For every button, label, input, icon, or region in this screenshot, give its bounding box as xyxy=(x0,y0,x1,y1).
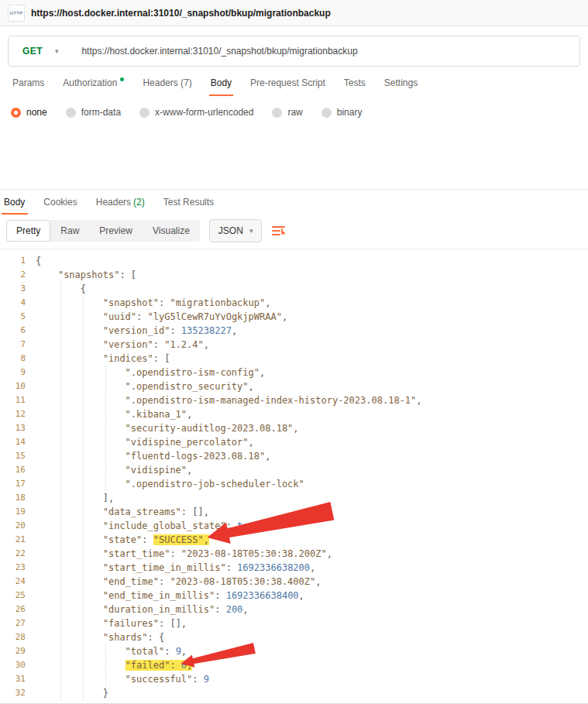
response-tab-cookies[interactable]: Cookies xyxy=(34,190,86,215)
tab-authorization[interactable]: Authorization xyxy=(53,70,133,96)
code-line: 3 { xyxy=(0,282,588,296)
line-number: 11 xyxy=(0,393,36,407)
line-number: 17 xyxy=(0,477,36,491)
response-section: BodyCookiesHeaders(2)Test Results Pretty… xyxy=(0,189,588,704)
code-line: 27 "failures": [], xyxy=(0,616,588,630)
tab-params[interactable]: Params xyxy=(3,70,53,96)
code-line: 32 } xyxy=(0,686,588,700)
code-line: 23 "start_time_in_millis": 1692336638200… xyxy=(0,561,588,575)
line-number: 8 xyxy=(0,352,36,366)
tab-label: Params xyxy=(12,77,44,88)
response-tab-test-results[interactable]: Test Results xyxy=(154,190,223,215)
tab-label: Headers xyxy=(96,197,131,208)
line-number: 24 xyxy=(0,575,36,589)
radio-icon xyxy=(322,108,332,118)
radio-x-www-form-urlencoded[interactable]: x-www-form-urlencoded xyxy=(139,107,253,118)
response-view-bar: PrettyRawPreviewVisualize JSON ▾ xyxy=(0,215,588,247)
code-line: 30 "failed": 0, xyxy=(0,658,588,672)
response-tab-body[interactable]: Body xyxy=(2,190,34,215)
request-tab-title[interactable]: https://host.docker.internal:31010/_snap… xyxy=(31,8,331,19)
radio-icon xyxy=(139,108,150,118)
code-line: 1{ xyxy=(0,254,588,268)
tab-tests[interactable]: Tests xyxy=(335,70,375,96)
format-label: JSON xyxy=(218,225,243,236)
view-preview[interactable]: Preview xyxy=(89,220,143,242)
radio-label: binary xyxy=(337,107,363,118)
tab-label: Test Results xyxy=(163,197,214,208)
code-line: 5 "uuid": "lyG5lCewR7uYvOgkjpWRAA", xyxy=(0,310,588,324)
radio-form-data[interactable]: form-data xyxy=(66,107,121,118)
code-line: 13 "security-auditlog-2023.08.18", xyxy=(0,421,588,435)
view-raw[interactable]: Raw xyxy=(50,220,89,242)
line-number: 15 xyxy=(0,449,36,463)
line-number: 29 xyxy=(0,644,36,658)
radio-icon xyxy=(272,108,282,118)
request-body-empty-area xyxy=(0,127,588,189)
code-line: 22 "start_time": "2023-08-18T05:30:38.20… xyxy=(0,547,588,561)
line-number: 9 xyxy=(0,366,36,379)
radio-raw[interactable]: raw xyxy=(272,107,302,118)
format-dropdown[interactable]: JSON ▾ xyxy=(209,219,263,242)
code-line: 9 ".opendistro-ism-config", xyxy=(0,366,588,379)
auth-configured-dot xyxy=(120,77,124,81)
code-line: 16 "vidispine", xyxy=(0,463,588,477)
code-lines: 1{2 "snapshots": [3 {4 "snapshot": "migr… xyxy=(0,254,588,700)
line-number: 22 xyxy=(0,547,36,561)
chevron-down-icon: ▾ xyxy=(55,48,59,55)
radio-binary[interactable]: binary xyxy=(322,107,363,118)
code-line: 2 "snapshots": [ xyxy=(0,268,588,282)
view-pretty[interactable]: Pretty xyxy=(6,220,50,242)
indent-guide xyxy=(83,296,84,700)
tab-label: Settings xyxy=(384,77,418,88)
code-line: 10 ".opendistro_security", xyxy=(0,379,588,393)
line-number: 30 xyxy=(0,658,36,672)
radio-none[interactable]: none xyxy=(11,107,47,118)
code-line: 14 "vidispine_percolator", xyxy=(0,435,588,449)
code-line: 29 "total": 9, xyxy=(0,644,588,658)
line-number: 12 xyxy=(0,407,36,421)
wrap-lines-icon[interactable] xyxy=(271,224,287,238)
line-number: 2 xyxy=(0,268,36,282)
tab-settings[interactable]: Settings xyxy=(375,70,427,96)
code-line: 26 "duration_in_millis": 200, xyxy=(0,603,588,616)
code-line: 17 ".opendistro-job-scheduler-lock" xyxy=(0,477,588,491)
tab-label: Body xyxy=(4,197,25,208)
line-number: 7 xyxy=(0,338,36,352)
tab-label: Cookies xyxy=(43,197,77,208)
response-view-toggle: PrettyRawPreviewVisualize xyxy=(6,220,200,242)
tab-label: Authorization xyxy=(63,77,117,88)
tab-count: (2) xyxy=(133,197,145,208)
app-tab-bar: HTTP https://host.docker.internal:31010/… xyxy=(0,0,588,26)
code-line: 6 "version_id": 135238227, xyxy=(0,324,588,338)
line-number: 26 xyxy=(0,603,36,616)
tab-label: Headers (7) xyxy=(143,77,191,88)
response-body-json[interactable]: 1{2 "snapshots": [3 {4 "snapshot": "migr… xyxy=(0,249,588,704)
code-line: 24 "end_time": "2023-08-18T05:30:38.400Z… xyxy=(0,575,588,589)
line-number: 19 xyxy=(0,505,36,519)
line-number: 25 xyxy=(0,589,36,603)
line-number: 14 xyxy=(0,435,36,449)
line-number: 4 xyxy=(0,296,36,310)
tab-body[interactable]: Body xyxy=(201,70,241,96)
view-visualize[interactable]: Visualize xyxy=(143,220,200,242)
code-line: 12 ".kibana_1", xyxy=(0,407,588,421)
url-input[interactable]: https://host.docker.internal:31010/_snap… xyxy=(70,46,357,57)
tab-headers-7[interactable]: Headers (7) xyxy=(133,70,201,96)
line-number: 27 xyxy=(0,616,36,630)
chevron-down-icon: ▾ xyxy=(249,228,253,235)
code-line: 11 ".opendistro-ism-managed-index-histor… xyxy=(0,393,588,407)
radio-icon xyxy=(11,108,21,118)
line-number: 32 xyxy=(0,686,36,700)
radio-label: x-www-form-urlencoded xyxy=(155,107,253,118)
line-number: 28 xyxy=(0,630,36,644)
request-url-bar: GET ▾ https://host.docker.internal:31010… xyxy=(8,36,580,67)
line-number: 5 xyxy=(0,310,36,324)
tab-label: Tests xyxy=(344,77,366,88)
line-number: 3 xyxy=(0,282,36,296)
method-dropdown[interactable]: GET ▾ xyxy=(9,46,70,57)
response-tabs: BodyCookiesHeaders(2)Test Results xyxy=(0,190,588,215)
tab-label: Pre-request Script xyxy=(250,77,325,88)
body-type-radios: noneform-datax-www-form-urlencodedrawbin… xyxy=(0,96,588,127)
tab-pre-request-script[interactable]: Pre-request Script xyxy=(241,70,335,96)
response-tab-headers[interactable]: Headers(2) xyxy=(87,190,154,215)
